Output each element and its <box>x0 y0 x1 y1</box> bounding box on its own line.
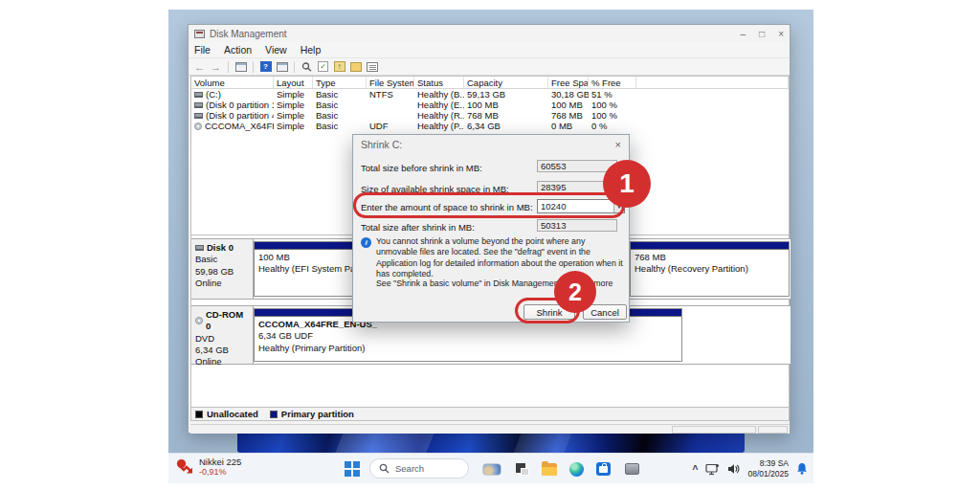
col-type[interactable]: Type <box>313 77 367 88</box>
col-layout[interactable]: Layout <box>274 77 313 88</box>
legend-bar: Unallocated Primary partition <box>190 407 790 421</box>
toolbar-divider <box>228 61 229 73</box>
menu-bar: File Action View Help <box>189 42 790 58</box>
col-capacity[interactable]: Capacity <box>464 77 548 88</box>
col-volume[interactable]: Volume <box>191 77 274 88</box>
cd-icon <box>195 317 203 324</box>
file-explorer-button[interactable] <box>540 460 559 478</box>
volume-icon <box>194 92 203 98</box>
status-bar <box>190 424 790 434</box>
console-window-icon[interactable] <box>235 62 247 72</box>
partition-recovery[interactable]: 768 MB Healthy (Recovery Partition) <box>630 241 790 297</box>
refresh-scan-icon[interactable] <box>301 61 313 73</box>
speaker-icon[interactable] <box>727 463 740 475</box>
window-title: Disk Management <box>210 29 287 39</box>
search-icon <box>379 463 390 474</box>
col-freespace[interactable]: Free Spa... <box>548 77 589 88</box>
volume-row[interactable]: (C:) Simple Basic NTFS Healthy (B... 59,… <box>191 89 789 100</box>
dialog-titlebar: Shrink C: × <box>353 135 629 154</box>
extend-volume-icon[interactable]: ↑ <box>334 61 345 72</box>
widgets-button[interactable]: Nikkei 225 -0,91% <box>176 457 241 478</box>
toolbar: ← → ? ✓ ↑ <box>189 58 790 76</box>
properties-icon[interactable] <box>367 62 378 72</box>
info-icon: i <box>361 237 371 248</box>
volume-row[interactable]: (Disk 0 partition 4) Simple Basic Health… <box>191 110 789 121</box>
annotation-step-2: 2 <box>554 271 596 313</box>
taskbar: Nikkei 225 -0,91% Search ^ <box>168 453 813 483</box>
field-label-total-before: Total size before shrink in MB: <box>361 163 482 173</box>
back-icon[interactable]: ← <box>193 61 206 73</box>
cdrom0-label[interactable]: CD-ROM 0 DVD 6,34 GB Online <box>191 306 254 364</box>
desktop: Disk Management – □ × File Action View H… <box>168 10 813 483</box>
wallpaper-bloom <box>237 434 745 453</box>
window-titlebar: Disk Management – □ × <box>189 25 790 42</box>
menu-help[interactable]: Help <box>301 44 322 56</box>
folder-icon <box>542 463 557 476</box>
dialog-title: Shrink C: <box>361 139 402 150</box>
tray-time: 8:39 SA <box>747 458 789 469</box>
tools-icon <box>625 463 639 475</box>
show-window-icon[interactable] <box>277 62 288 72</box>
copilot-button[interactable] <box>482 460 501 478</box>
disk-management-icon <box>194 30 205 38</box>
menu-file[interactable]: File <box>194 44 211 56</box>
volume-list-header: Volume Layout Type File System Status Ca… <box>191 77 789 89</box>
task-view-icon <box>516 463 529 476</box>
partition-color-bar <box>631 242 789 250</box>
dialog-close-icon[interactable]: × <box>615 139 621 150</box>
edge-icon <box>569 462 584 477</box>
windows-logo-icon <box>345 461 351 468</box>
store-button[interactable] <box>593 460 612 478</box>
check-disk-icon[interactable]: ✓ <box>318 61 328 72</box>
col-status[interactable]: Status <box>414 77 464 88</box>
toolbar-divider <box>294 61 295 73</box>
disk0-label[interactable]: Disk 0 Basic 59,98 GB Online <box>191 239 254 299</box>
col-filesystem[interactable]: File System <box>367 77 414 88</box>
tools-app-button[interactable] <box>622 460 641 478</box>
network-icon[interactable] <box>705 463 720 476</box>
cd-icon <box>194 122 202 130</box>
copilot-icon <box>482 463 501 476</box>
notification-bell-icon[interactable] <box>796 462 808 476</box>
field-total-after: 50313 <box>537 219 617 232</box>
annotation-box-input <box>353 192 625 218</box>
forward-icon[interactable]: → <box>210 61 222 73</box>
search-label: Search <box>395 463 424 474</box>
toolbar-divider <box>253 61 254 73</box>
primary-swatch <box>270 411 278 418</box>
maximize-button[interactable]: □ <box>759 29 765 39</box>
field-total-before: 60553 <box>537 160 617 172</box>
tray-date: 08/01/2025 <box>747 469 789 479</box>
store-icon <box>596 462 611 476</box>
start-button[interactable] <box>345 461 360 477</box>
menu-view[interactable]: View <box>265 44 287 56</box>
volume-icon <box>194 113 203 119</box>
widget-title: Nikkei 225 <box>199 457 241 467</box>
edge-button[interactable] <box>567 460 586 478</box>
unallocated-swatch <box>195 411 203 418</box>
disk-icon <box>195 245 204 251</box>
volume-icon <box>194 102 203 108</box>
widget-change: -0,91% <box>199 467 241 478</box>
col-pctfree[interactable]: % Free <box>589 77 636 88</box>
minimize-button[interactable]: – <box>741 29 746 39</box>
change-letter-icon[interactable] <box>350 62 362 72</box>
tray-chevron-up-icon[interactable]: ^ <box>693 464 699 475</box>
close-button[interactable]: × <box>778 29 784 39</box>
help-icon[interactable]: ? <box>260 61 272 72</box>
volume-row[interactable]: CCCOMA_X64FRE... Simple Basic UDF Health… <box>191 121 789 131</box>
clock[interactable]: 8:39 SA 08/01/2025 <box>747 458 789 479</box>
field-label-total-after: Total size after shrink in MB: <box>361 222 475 233</box>
task-view-button[interactable] <box>513 460 532 478</box>
stock-down-icon <box>176 458 194 476</box>
annotation-step-1: 1 <box>603 160 651 208</box>
system-tray: ^ 8:39 SA 08/01/2025 <box>693 454 808 483</box>
search-box[interactable]: Search <box>369 458 469 479</box>
volume-row[interactable]: (Disk 0 partition 1) Simple Basic Health… <box>191 100 789 110</box>
menu-action[interactable]: Action <box>224 44 252 56</box>
